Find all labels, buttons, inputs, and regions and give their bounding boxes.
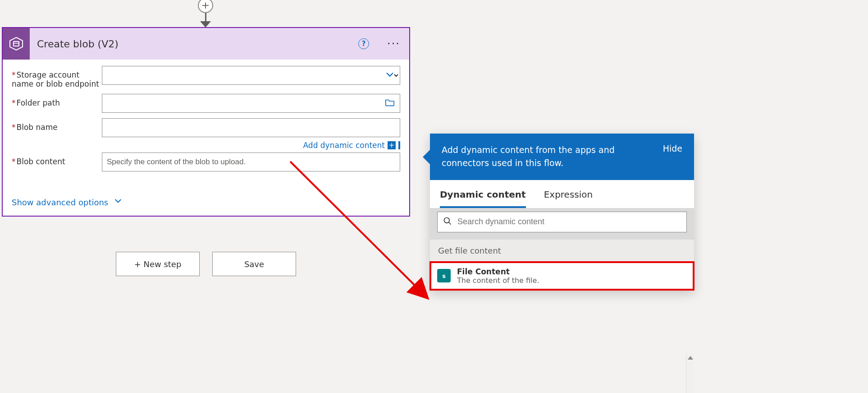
action-card-create-blob: Create blob (V2) ? ··· *Storage account … <box>2 27 410 217</box>
dynamic-content-message: Add dynamic content from the apps and co… <box>442 143 652 170</box>
plus-badge-icon[interactable]: + <box>388 141 396 149</box>
help-icon[interactable]: ? <box>358 38 369 49</box>
chevron-down-icon <box>114 196 123 207</box>
dynamic-group-title: Get file content <box>430 240 694 262</box>
search-icon <box>443 217 452 227</box>
svg-point-3 <box>444 217 450 223</box>
insert-step-indicator[interactable]: + <box>196 0 215 28</box>
dynamic-item-name: File Content <box>457 267 539 276</box>
scroll-up-icon <box>688 356 693 360</box>
save-button[interactable]: Save <box>212 252 296 276</box>
azure-storage-icon <box>3 28 30 60</box>
svg-marker-0 <box>10 37 23 50</box>
sharepoint-icon: s <box>437 269 451 282</box>
tab-dynamic-content[interactable]: Dynamic content <box>440 189 526 208</box>
label-storage-account: *Storage account name or blob endpoint <box>12 66 102 88</box>
blob-name-input[interactable] <box>102 118 400 137</box>
dynamic-content-search[interactable] <box>437 212 687 232</box>
arrow-shaft <box>205 13 206 21</box>
svg-rect-1 <box>14 42 19 46</box>
dynamic-content-panel: Add dynamic content from the apps and co… <box>430 134 694 290</box>
card-header[interactable]: Create blob (V2) ? ··· <box>3 28 409 60</box>
plus-badge-bar <box>398 141 400 149</box>
hide-button[interactable]: Hide <box>663 143 682 153</box>
tab-expression[interactable]: Expression <box>544 189 593 208</box>
label-folder-path: *Folder path <box>12 94 102 107</box>
arrow-down-icon <box>200 21 211 28</box>
toggle-advanced-options[interactable]: Show advanced options <box>12 197 123 208</box>
plus-icon: + <box>198 0 213 13</box>
svg-line-4 <box>449 222 451 224</box>
scrollbar[interactable] <box>686 354 694 393</box>
new-step-button[interactable]: + New step <box>116 252 200 276</box>
dynamic-item-file-content[interactable]: s File Content The content of the file. <box>430 262 694 290</box>
add-dynamic-content-link[interactable]: Add dynamic content <box>303 141 385 150</box>
dynamic-content-header: Add dynamic content from the apps and co… <box>430 134 694 180</box>
label-blob-content: *Blob content <box>12 153 102 166</box>
dynamic-item-desc: The content of the file. <box>457 276 539 285</box>
folder-picker-icon[interactable] <box>385 98 395 109</box>
blob-content-input[interactable] <box>102 153 400 171</box>
card-title: Create blob (V2) <box>30 38 358 50</box>
storage-account-select[interactable] <box>102 66 400 85</box>
label-blob-name: *Blob name <box>12 118 102 132</box>
more-icon[interactable]: ··· <box>387 37 400 50</box>
search-input[interactable] <box>457 217 681 227</box>
callout-arrow-icon <box>423 150 430 164</box>
folder-path-input[interactable] <box>102 94 400 113</box>
